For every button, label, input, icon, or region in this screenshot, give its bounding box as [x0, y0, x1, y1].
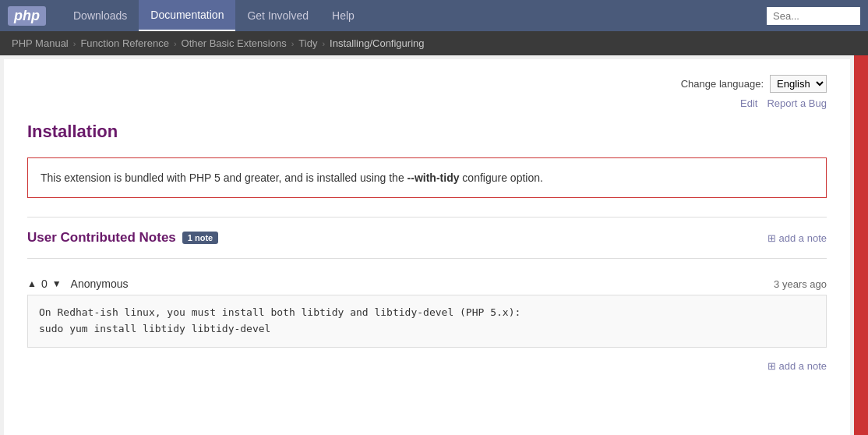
page-title: Installation [27, 122, 827, 142]
info-text-before: This extension is bundled with PHP 5 and… [41, 172, 408, 184]
note-author: Anonymous [71, 278, 129, 290]
note-date: 3 years ago [774, 278, 827, 290]
language-select[interactable]: English [770, 75, 827, 93]
info-text-after: configure option. [459, 172, 542, 184]
vote-row: ▲ 0 ▼ Anonymous 3 years ago [27, 271, 827, 295]
breadcrumb-sep-1: › [73, 39, 76, 48]
vote-down-button[interactable]: ▼ [52, 278, 62, 289]
divider-2 [27, 258, 827, 259]
breadcrumb: PHP Manual › Function Reference › Other … [0, 31, 868, 55]
php-logo: php [8, 6, 46, 26]
breadcrumb-function-reference[interactable]: Function Reference [80, 37, 168, 49]
nav-downloads[interactable]: Downloads [62, 0, 139, 31]
main-wrapper: Change language: English Edit Report a B… [0, 55, 868, 435]
search-input[interactable] [767, 7, 860, 25]
breadcrumb-installing-configuring: Installing/Configuring [330, 37, 424, 49]
add-note-top-link[interactable]: ⊞ add a note [767, 232, 827, 244]
edit-link[interactable]: Edit [740, 97, 757, 109]
notes-badge: 1 note [182, 232, 218, 244]
breadcrumb-sep-3: › [291, 39, 295, 48]
top-navigation: php Downloads Documentation Get Involved… [0, 0, 868, 31]
language-label: Change language: [681, 78, 764, 90]
language-bar: Change language: English [27, 75, 827, 93]
bottom-bar: ⊞ add a note [27, 360, 827, 372]
content-area: Change language: English Edit Report a B… [4, 59, 850, 435]
nav-documentation[interactable]: Documentation [139, 0, 235, 31]
breadcrumb-tidy[interactable]: Tidy [298, 37, 317, 49]
right-strip [854, 55, 868, 435]
note-line-2: sudo yum install libtidy libtidy-devel [39, 321, 815, 338]
edit-bar: Edit Report a Bug [27, 97, 827, 109]
info-code: --with-tidy [408, 172, 460, 184]
report-bug-link[interactable]: Report a Bug [767, 97, 827, 109]
vote-up-button[interactable]: ▲ [27, 278, 37, 289]
user-notes-label: User Contributed Notes [27, 230, 176, 246]
user-notes-title: User Contributed Notes 1 note [27, 230, 218, 246]
note-content-box: On Redhat-ish linux, you must install bo… [27, 295, 827, 348]
add-note-bottom-link[interactable]: ⊞ add a note [767, 360, 827, 372]
breadcrumb-sep-4: › [322, 39, 325, 48]
breadcrumb-sep-2: › [174, 39, 177, 48]
user-notes-header: User Contributed Notes 1 note ⊞ add a no… [27, 230, 827, 246]
breadcrumb-other-basic-extensions[interactable]: Other Basic Extensions [182, 37, 287, 49]
vote-left: ▲ 0 ▼ Anonymous [27, 278, 129, 290]
vote-count: 0 [41, 278, 48, 290]
divider-1 [27, 217, 827, 218]
breadcrumb-php-manual[interactable]: PHP Manual [12, 37, 69, 49]
nav-get-involved[interactable]: Get Involved [235, 0, 320, 31]
note-line-1: On Redhat-ish linux, you must install bo… [39, 305, 815, 321]
nav-help[interactable]: Help [320, 0, 366, 31]
info-box: This extension is bundled with PHP 5 and… [27, 157, 827, 198]
